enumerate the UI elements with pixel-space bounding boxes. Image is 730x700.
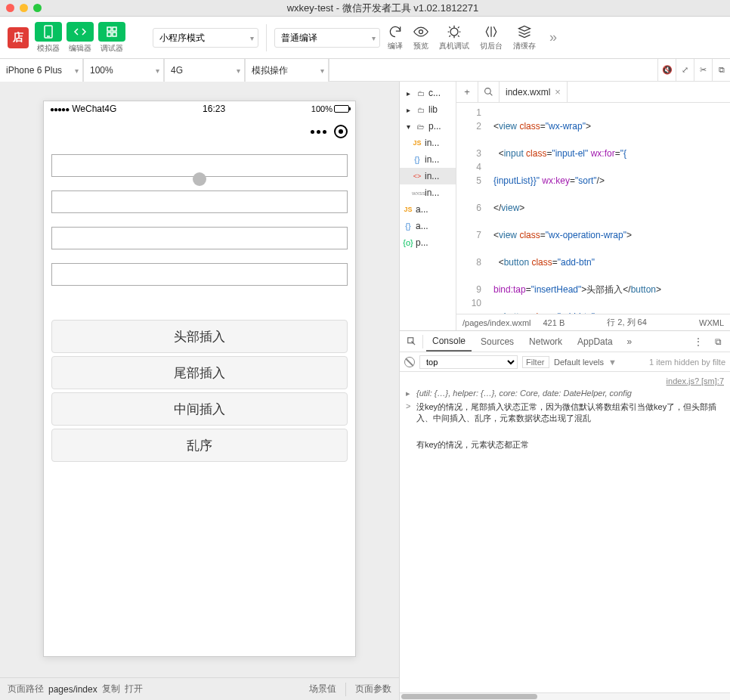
tree-file[interactable]: JSa... bbox=[400, 201, 456, 218]
editor-tab[interactable]: index.wxml× bbox=[500, 82, 568, 102]
filter-input[interactable] bbox=[522, 356, 549, 368]
preview-button[interactable]: 预览 bbox=[410, 24, 432, 51]
window-title: wxkey-test - 微信开发者工具 v1.02.1812271 bbox=[42, 2, 724, 15]
status-time: 16:23 bbox=[116, 104, 311, 114]
svg-point-7 bbox=[450, 28, 458, 36]
phone-icon bbox=[35, 22, 62, 42]
devtools-panel: Console Sources Network AppData » ⋮ ⧉ to… bbox=[400, 331, 730, 700]
tree-file[interactable]: <>in... bbox=[400, 168, 456, 184]
svg-rect-2 bbox=[107, 27, 111, 31]
screenshot-button[interactable]: ✂ bbox=[694, 59, 712, 82]
svg-rect-5 bbox=[113, 33, 116, 36]
main-toolbar: 店 模拟器 编辑器 调试器 小程序模式 普通编译 编译 预览 真机调试 切后台 bbox=[0, 17, 730, 59]
background-button[interactable]: 切后台 bbox=[477, 24, 506, 51]
insert-head-button[interactable]: 头部插入 bbox=[51, 320, 348, 353]
svg-rect-4 bbox=[107, 33, 111, 36]
code-editor[interactable]: 12 345 6 7 8 910 <view class="wx-wrap"> … bbox=[456, 103, 730, 314]
window-close-button[interactable] bbox=[6, 4, 14, 12]
editor-pane: + index.wxml× 12 345 6 7 8 910 <view cla… bbox=[456, 82, 730, 330]
popout-button[interactable]: ⧉ bbox=[712, 59, 730, 82]
sources-tab[interactable]: Sources bbox=[475, 331, 520, 352]
refresh-icon bbox=[388, 24, 403, 39]
close-tab-button[interactable]: × bbox=[555, 86, 561, 98]
insert-between-button[interactable]: 中间插入 bbox=[51, 392, 348, 426]
line-gutter: 12 345 6 7 8 910 bbox=[456, 103, 490, 314]
input-field[interactable] bbox=[51, 227, 348, 249]
tree-file[interactable]: wxssin... bbox=[400, 184, 456, 201]
devtools-menu-button[interactable]: ⋮ bbox=[691, 336, 706, 347]
sim-operation-select[interactable]: 模拟操作 bbox=[246, 59, 329, 82]
app-mode-select[interactable]: 小程序模式 bbox=[153, 28, 258, 48]
inspect-button[interactable] bbox=[404, 336, 419, 347]
orientation-button[interactable]: ⤢ bbox=[676, 59, 694, 82]
window-minimize-button[interactable] bbox=[20, 4, 28, 12]
search-button[interactable] bbox=[478, 82, 499, 102]
battery-indicator: 100% bbox=[311, 104, 349, 113]
svg-rect-3 bbox=[113, 27, 116, 31]
source-link[interactable]: index.js? [sm]:7 bbox=[651, 376, 724, 386]
svg-point-6 bbox=[419, 29, 423, 33]
tree-file[interactable]: {}in... bbox=[400, 151, 456, 168]
compile-button[interactable]: 编译 bbox=[385, 24, 406, 51]
copy-link[interactable]: 复制 bbox=[102, 683, 120, 695]
tree-folder[interactable]: ▸🗀c... bbox=[400, 85, 456, 101]
params-button[interactable]: 页面参数 bbox=[355, 683, 391, 695]
devtools-dock-button[interactable]: ⧉ bbox=[710, 336, 725, 347]
remote-debug-button[interactable]: 真机调试 bbox=[436, 24, 472, 51]
tree-file[interactable]: {o}p... bbox=[400, 234, 456, 251]
tree-file[interactable]: JSin... bbox=[400, 135, 456, 151]
eye-icon bbox=[413, 24, 428, 39]
compile-mode-select[interactable]: 普通编译 bbox=[274, 28, 380, 48]
editor-toggle[interactable]: 编辑器 bbox=[67, 22, 94, 54]
console-output[interactable]: index.js? [sm]:7 ▸{util: {…}, helper: {…… bbox=[400, 372, 730, 692]
shuffle-button[interactable]: 乱序 bbox=[51, 429, 348, 462]
network-tab[interactable]: Network bbox=[523, 331, 568, 352]
insert-tail-button[interactable]: 尾部插入 bbox=[51, 356, 348, 389]
new-file-button[interactable]: + bbox=[456, 82, 478, 102]
tree-folder[interactable]: ▸🗀lib bbox=[400, 101, 456, 118]
debugger-toggle[interactable]: 调试器 bbox=[98, 22, 125, 54]
zoom-select[interactable]: 100% bbox=[84, 59, 164, 82]
input-field[interactable] bbox=[51, 190, 348, 213]
cursor-indicator-icon bbox=[193, 172, 206, 186]
network-select[interactable]: 4G bbox=[165, 59, 245, 82]
window-maximize-button[interactable] bbox=[33, 4, 42, 12]
appdata-tab[interactable]: AppData bbox=[571, 331, 619, 352]
clear-console-button[interactable] bbox=[404, 357, 415, 367]
console-tab[interactable]: Console bbox=[426, 331, 472, 352]
device-select[interactable]: iPhone 6 Plus bbox=[0, 59, 83, 82]
battery-icon bbox=[334, 105, 349, 113]
code-icon bbox=[67, 22, 94, 42]
scene-button[interactable]: 场景值 bbox=[309, 683, 336, 695]
log-levels-select[interactable]: Default levels bbox=[554, 358, 604, 367]
pointer-icon bbox=[407, 336, 417, 347]
context-select[interactable]: top bbox=[419, 355, 518, 369]
layers-icon bbox=[517, 24, 532, 39]
phone-status-bar: ●●●●● WeChat4G 16:23 100% bbox=[44, 101, 355, 116]
grid-icon bbox=[98, 22, 125, 42]
simulator-footer: 页面路径 pages/index 复制 打开 场景值 页面参数 bbox=[0, 677, 399, 700]
horizontal-scrollbar[interactable] bbox=[400, 692, 730, 700]
tree-file[interactable]: {}a... bbox=[400, 218, 456, 234]
capsule-close-button[interactable] bbox=[334, 125, 348, 138]
phone-frame: ●●●●● WeChat4G 16:23 100% bbox=[43, 101, 356, 657]
simulator-subbar: iPhone 6 Plus 100% 4G 模拟操作 🔇 ⤢ ✂ ⧉ bbox=[0, 59, 730, 82]
editor-status-bar: /pages/index.wxml 421 B 行 2, 列 64 WXML bbox=[456, 314, 730, 330]
input-field[interactable] bbox=[51, 263, 348, 286]
hidden-count: 1 item hidden by filte bbox=[649, 358, 725, 367]
file-tree: ▸🗀c... ▸🗀lib ▾🗁p... JSin... {}in... <>in… bbox=[400, 82, 456, 330]
bug-icon bbox=[447, 24, 462, 39]
window-titlebar: wxkey-test - 微信开发者工具 v1.02.1812271 bbox=[0, 0, 730, 17]
expand-icon[interactable]: ▸ bbox=[406, 389, 413, 398]
tree-folder[interactable]: ▾🗁p... bbox=[400, 118, 456, 135]
open-link[interactable]: 打开 bbox=[125, 683, 143, 695]
toolbar-more-button[interactable]: » bbox=[543, 29, 563, 45]
simulator-toggle[interactable]: 模拟器 bbox=[35, 22, 62, 54]
app-logo: 店 bbox=[8, 27, 29, 48]
split-icon bbox=[484, 24, 499, 39]
capsule-menu-button[interactable] bbox=[311, 130, 326, 134]
clear-cache-button[interactable]: 清缓存 bbox=[510, 24, 539, 51]
mute-button[interactable]: 🔇 bbox=[657, 59, 676, 82]
simulator-panel: ●●●●● WeChat4G 16:23 100% bbox=[0, 82, 399, 700]
more-tabs-button[interactable]: » bbox=[622, 336, 637, 347]
